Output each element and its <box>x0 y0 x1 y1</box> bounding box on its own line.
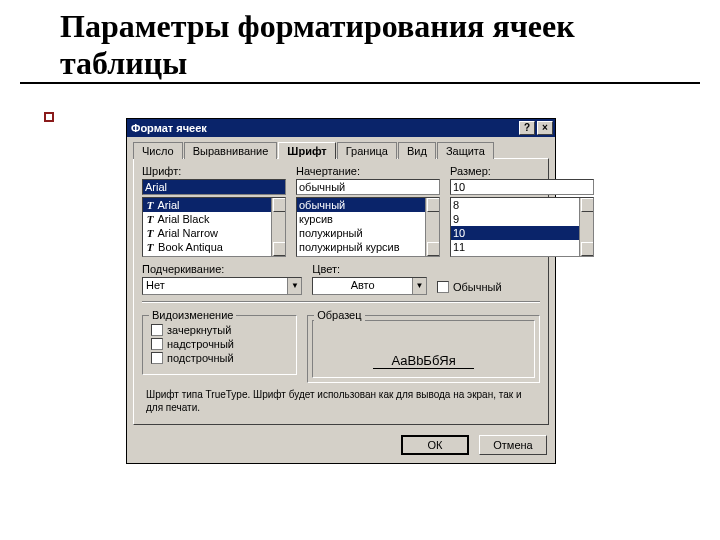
underline-combo[interactable]: Нет ▼ <box>142 277 302 295</box>
superscript-checkbox[interactable]: надстрочный <box>151 338 288 350</box>
size-input[interactable] <box>450 179 594 195</box>
chevron-down-icon: ▼ <box>287 278 301 294</box>
list-item: 8 <box>451 198 593 212</box>
divider <box>142 301 540 303</box>
list-item: T Book Antiqua <box>143 240 285 254</box>
effects-group: Видоизменение зачеркнутый надстрочный по… <box>142 315 297 375</box>
titlebar: Формат ячеек ? × <box>127 119 555 137</box>
tab-panel-font: Шрифт: T Arial T Arial Black T Arial Nar… <box>133 158 549 425</box>
cancel-button[interactable]: Отмена <box>479 435 547 455</box>
help-button[interactable]: ? <box>519 121 535 135</box>
font-input[interactable] <box>142 179 286 195</box>
sample-group: Образец АаBbБбЯя <box>307 315 540 383</box>
list-item: T Arial Narrow <box>143 226 285 240</box>
list-item: T Arial <box>143 198 285 212</box>
tab-border[interactable]: Граница <box>337 142 397 159</box>
hint-text: Шрифт типа TrueType. Шрифт будет использ… <box>146 389 536 414</box>
close-button[interactable]: × <box>537 121 553 135</box>
scrollbar[interactable] <box>271 198 285 256</box>
style-input[interactable] <box>296 179 440 195</box>
strike-checkbox[interactable]: зачеркнутый <box>151 324 288 336</box>
size-listbox[interactable]: 8 9 10 11 <box>450 197 594 257</box>
normal-font-checkbox[interactable]: Обычный <box>437 281 540 293</box>
ok-button[interactable]: ОК <box>401 435 469 455</box>
format-cells-dialog: Формат ячеек ? × Число Выравнивание Шриф… <box>126 118 556 464</box>
sample-text: АаBbБбЯя <box>373 353 473 369</box>
style-label: Начертание: <box>296 165 440 177</box>
list-item: 10 <box>451 226 593 240</box>
list-item: 9 <box>451 212 593 226</box>
color-label: Цвет: <box>312 263 427 275</box>
list-item: T Arial Black <box>143 212 285 226</box>
tab-view[interactable]: Вид <box>398 142 436 159</box>
chevron-down-icon: ▼ <box>412 278 426 294</box>
scrollbar[interactable] <box>425 198 439 256</box>
checkbox-icon <box>151 338 163 350</box>
style-listbox[interactable]: обычный курсив полужирный полужирный кур… <box>296 197 440 257</box>
font-label: Шрифт: <box>142 165 286 177</box>
dialog-title: Формат ячеек <box>131 122 207 134</box>
underline-label: Подчеркивание: <box>142 263 302 275</box>
checkbox-icon <box>437 281 449 293</box>
tab-number[interactable]: Число <box>133 142 183 159</box>
checkbox-icon <box>151 324 163 336</box>
sample-legend: Образец <box>314 309 364 321</box>
list-item: обычный <box>297 198 439 212</box>
list-item: полужирный <box>297 226 439 240</box>
subscript-checkbox[interactable]: подстрочный <box>151 352 288 364</box>
tab-protection[interactable]: Защита <box>437 142 494 159</box>
scrollbar[interactable] <box>579 198 593 256</box>
sample-box: АаBbБбЯя <box>312 320 535 378</box>
tab-strip: Число Выравнивание Шрифт Граница Вид Защ… <box>133 141 549 158</box>
font-listbox[interactable]: T Arial T Arial Black T Arial Narrow T B… <box>142 197 286 257</box>
effects-legend: Видоизменение <box>149 309 236 321</box>
bullet-icon <box>44 112 54 122</box>
list-item: курсив <box>297 212 439 226</box>
tab-font[interactable]: Шрифт <box>278 142 335 159</box>
list-item: полужирный курсив <box>297 240 439 254</box>
tab-alignment[interactable]: Выравнивание <box>184 142 278 159</box>
list-item: 11 <box>451 240 593 254</box>
dialog-buttons: ОК Отмена <box>127 431 555 463</box>
color-combo[interactable]: Авто ▼ <box>312 277 427 295</box>
checkbox-icon <box>151 352 163 364</box>
slide-title: Параметры форматирования ячеек таблицы <box>20 0 700 84</box>
size-label: Размер: <box>450 165 594 177</box>
